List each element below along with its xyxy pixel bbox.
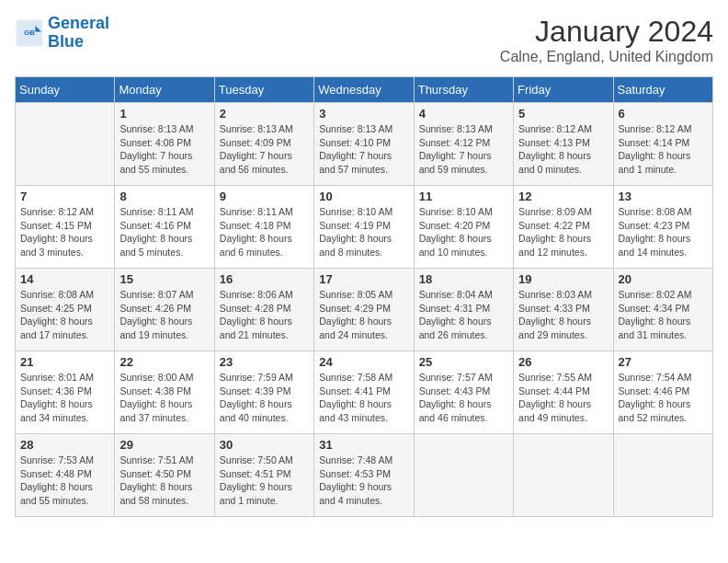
calendar-cell: 11 Sunrise: 8:10 AMSunset: 4:20 PMDaylig… [414,186,513,269]
day-info: Sunrise: 7:50 AMSunset: 4:51 PMDaylight:… [220,454,309,508]
day-number: 22 [119,355,209,369]
weekday-header-monday: Monday [115,77,214,103]
weekday-header-wednesday: Wednesday [314,77,414,103]
day-info: Sunrise: 8:04 AMSunset: 4:31 PMDaylight:… [419,288,508,342]
day-info: Sunrise: 8:10 AMSunset: 4:20 PMDaylight:… [419,205,508,259]
month-title: January 2024 [500,15,713,49]
weekday-header-saturday: Saturday [613,77,712,103]
calendar-cell: 10 Sunrise: 8:10 AMSunset: 4:19 PMDaylig… [314,186,414,269]
calendar-week-row: 28 Sunrise: 7:53 AMSunset: 4:48 PMDaylig… [16,434,713,517]
day-info: Sunrise: 8:05 AMSunset: 4:29 PMDaylight:… [319,288,408,342]
day-number: 5 [518,107,608,121]
day-info: Sunrise: 8:13 AMSunset: 4:10 PMDaylight:… [319,122,408,177]
calendar-cell: 9 Sunrise: 8:11 AMSunset: 4:18 PMDayligh… [214,186,313,269]
day-number: 2 [220,107,309,121]
weekday-header-thursday: Thursday [414,77,513,103]
day-number: 17 [319,272,408,286]
day-info: Sunrise: 8:02 AMSunset: 4:34 PMDaylight:… [619,288,708,342]
day-number: 10 [319,190,408,203]
day-info: Sunrise: 8:13 AMSunset: 4:12 PMDaylight:… [419,122,508,177]
day-info: Sunrise: 8:12 AMSunset: 4:14 PMDaylight:… [619,122,708,177]
calendar-cell: 4 Sunrise: 8:13 AMSunset: 4:12 PMDayligh… [414,103,513,186]
calendar-cell: 23 Sunrise: 7:59 AMSunset: 4:39 PMDaylig… [214,351,313,434]
calendar-cell: 28 Sunrise: 7:53 AMSunset: 4:48 PMDaylig… [16,434,115,517]
day-info: Sunrise: 7:57 AMSunset: 4:43 PMDaylight:… [419,371,508,425]
svg-text:GB: GB [24,28,35,36]
day-info: Sunrise: 8:01 AMSunset: 4:36 PMDaylight:… [20,371,109,425]
weekday-header-tuesday: Tuesday [214,77,313,103]
day-number: 18 [419,272,508,286]
page-header: GB General Blue January 2024 Calne, Engl… [15,15,713,65]
logo-icon: GB [15,18,44,48]
weekday-header-friday: Friday [514,77,613,103]
calendar-cell: 30 Sunrise: 7:50 AMSunset: 4:51 PMDaylig… [214,434,313,517]
day-number: 6 [619,107,708,121]
day-number: 21 [20,355,109,369]
calendar-cell: 15 Sunrise: 8:07 AMSunset: 4:26 PMDaylig… [115,269,214,351]
calendar-cell: 21 Sunrise: 8:01 AMSunset: 4:36 PMDaylig… [16,351,115,434]
calendar-cell: 20 Sunrise: 8:02 AMSunset: 4:34 PMDaylig… [613,269,712,351]
day-number: 12 [518,190,608,203]
calendar-cell: 5 Sunrise: 8:12 AMSunset: 4:13 PMDayligh… [514,103,613,186]
calendar-cell [514,434,613,517]
day-info: Sunrise: 7:51 AMSunset: 4:50 PMDaylight:… [119,454,209,508]
day-info: Sunrise: 8:11 AMSunset: 4:18 PMDaylight:… [220,205,309,259]
calendar-cell: 1 Sunrise: 8:13 AMSunset: 4:08 PMDayligh… [115,103,214,186]
day-number: 20 [619,272,708,286]
day-number: 26 [518,355,608,369]
day-number: 14 [20,272,109,286]
day-number: 25 [419,355,508,369]
day-info: Sunrise: 7:53 AMSunset: 4:48 PMDaylight:… [20,454,109,508]
calendar-cell: 19 Sunrise: 8:03 AMSunset: 4:33 PMDaylig… [514,269,613,351]
day-info: Sunrise: 8:08 AMSunset: 4:23 PMDaylight:… [619,205,708,259]
calendar-cell: 25 Sunrise: 7:57 AMSunset: 4:43 PMDaylig… [414,351,513,434]
day-number: 8 [119,190,209,203]
calendar-cell: 14 Sunrise: 8:08 AMSunset: 4:25 PMDaylig… [16,269,115,351]
calendar-cell [16,103,115,186]
day-info: Sunrise: 8:03 AMSunset: 4:33 PMDaylight:… [518,288,608,342]
day-number: 29 [119,438,209,452]
calendar-week-row: 7 Sunrise: 8:12 AMSunset: 4:15 PMDayligh… [16,186,713,269]
logo-text: General Blue [48,15,109,52]
day-info: Sunrise: 8:12 AMSunset: 4:13 PMDaylight:… [518,122,608,177]
calendar-cell: 18 Sunrise: 8:04 AMSunset: 4:31 PMDaylig… [414,269,513,351]
day-info: Sunrise: 7:58 AMSunset: 4:41 PMDaylight:… [319,371,408,425]
day-info: Sunrise: 7:55 AMSunset: 4:44 PMDaylight:… [518,371,608,425]
day-number: 24 [319,355,408,369]
day-number: 31 [319,438,408,452]
day-info: Sunrise: 8:06 AMSunset: 4:28 PMDaylight:… [220,288,309,342]
calendar-cell: 29 Sunrise: 7:51 AMSunset: 4:50 PMDaylig… [115,434,214,517]
calendar-cell: 12 Sunrise: 8:09 AMSunset: 4:22 PMDaylig… [514,186,613,269]
day-number: 7 [20,190,109,203]
calendar-cell: 17 Sunrise: 8:05 AMSunset: 4:29 PMDaylig… [314,269,414,351]
day-info: Sunrise: 8:08 AMSunset: 4:25 PMDaylight:… [20,288,109,342]
calendar-cell: 13 Sunrise: 8:08 AMSunset: 4:23 PMDaylig… [613,186,712,269]
day-number: 3 [319,107,408,121]
day-number: 9 [220,190,309,203]
day-number: 13 [619,190,708,203]
calendar-cell: 16 Sunrise: 8:06 AMSunset: 4:28 PMDaylig… [214,269,313,351]
logo: GB General Blue [15,15,109,52]
title-block: January 2024 Calne, England, United King… [500,15,713,65]
day-info: Sunrise: 8:09 AMSunset: 4:22 PMDaylight:… [518,205,608,259]
calendar-week-row: 21 Sunrise: 8:01 AMSunset: 4:36 PMDaylig… [16,351,713,434]
calendar-week-row: 1 Sunrise: 8:13 AMSunset: 4:08 PMDayligh… [16,103,713,186]
location: Calne, England, United Kingdom [500,49,713,65]
calendar-cell: 2 Sunrise: 8:13 AMSunset: 4:09 PMDayligh… [214,103,313,186]
day-number: 28 [20,438,109,452]
calendar-cell: 24 Sunrise: 7:58 AMSunset: 4:41 PMDaylig… [314,351,414,434]
calendar-cell: 26 Sunrise: 7:55 AMSunset: 4:44 PMDaylig… [514,351,613,434]
day-info: Sunrise: 8:10 AMSunset: 4:19 PMDaylight:… [319,205,408,259]
day-number: 30 [220,438,309,452]
day-info: Sunrise: 8:12 AMSunset: 4:15 PMDaylight:… [20,205,109,259]
day-info: Sunrise: 7:59 AMSunset: 4:39 PMDaylight:… [220,371,309,425]
day-info: Sunrise: 7:54 AMSunset: 4:46 PMDaylight:… [619,371,708,425]
day-number: 16 [220,272,309,286]
calendar-cell: 7 Sunrise: 8:12 AMSunset: 4:15 PMDayligh… [16,186,115,269]
calendar-cell: 6 Sunrise: 8:12 AMSunset: 4:14 PMDayligh… [613,103,712,186]
day-info: Sunrise: 8:13 AMSunset: 4:08 PMDaylight:… [119,122,209,177]
day-info: Sunrise: 8:11 AMSunset: 4:16 PMDaylight:… [119,205,209,259]
day-number: 4 [419,107,508,121]
calendar-cell: 22 Sunrise: 8:00 AMSunset: 4:38 PMDaylig… [115,351,214,434]
calendar-cell [613,434,712,517]
